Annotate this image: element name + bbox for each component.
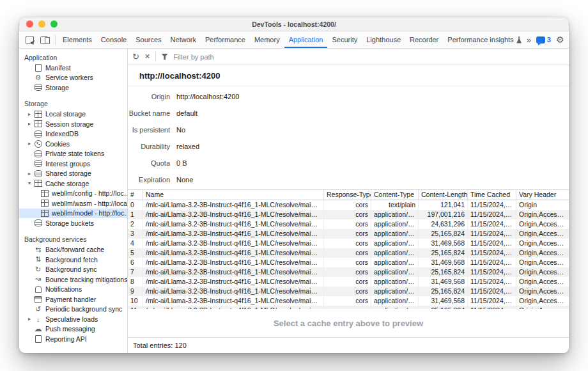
cell-content-length: 24,631,296 (419, 219, 468, 229)
cell-vary-header: Origin (516, 200, 569, 210)
cell-index: 5 (128, 248, 143, 258)
column-header-vary-header[interactable]: Vary Header (516, 190, 569, 200)
zoom-button[interactable] (50, 20, 58, 28)
status-bar: Total entries: 120 (128, 337, 569, 353)
column-header-response-type[interactable]: Response-Type (324, 190, 371, 200)
cache-entry-row[interactable]: 1 /mlc-ai/Llama-3.2-3B-Instruct-q4f16_1-… (128, 210, 569, 219)
sidebar-item-payment-handler[interactable]: Payment handler (19, 294, 127, 304)
chevron-right-icon[interactable] (25, 111, 34, 117)
refresh-icon[interactable]: ↻ (132, 52, 139, 61)
cell-content-length: 25,165,824 (419, 287, 468, 296)
ai-chat-badge[interactable]: 3 (536, 36, 551, 43)
sidebar-item-indexeddb[interactable]: IndexedDB (19, 129, 127, 139)
sidebar-item-storage-buckets[interactable]: Storage buckets (19, 218, 127, 228)
database-icon (34, 83, 42, 91)
up-down-arrows-icon (34, 255, 42, 264)
sidebar-item-webllm-wasm[interactable]: webllm/wasm - http://loca… (19, 198, 127, 209)
cache-entry-row[interactable]: 4 /mlc-ai/Llama-3.2-3B-Instruct-q4f16_1-… (128, 239, 569, 248)
tab-console[interactable]: Console (97, 31, 131, 48)
sidebar-item-service-workers[interactable]: Service workers (19, 73, 127, 83)
cell-response-type: cors (324, 258, 371, 267)
tab-lighthouse[interactable]: Lighthouse (362, 31, 405, 48)
cache-entry-row[interactable]: 7 /mlc-ai/Llama-3.2-3B-Instruct-q4f16_1-… (128, 267, 569, 277)
column-header-index[interactable]: # (128, 190, 143, 200)
gear-icon[interactable] (556, 35, 564, 45)
chevron-right-icon[interactable] (25, 121, 34, 127)
device-toolbar-icon[interactable] (40, 35, 50, 44)
sidebar-item-webllm-model[interactable]: webllm/model - http://loc… (19, 209, 127, 219)
cell-content-type: application/oc… (371, 210, 419, 219)
cell-content-length: 25,165,824 (419, 248, 468, 258)
cell-time-cached: 11/15/2024, 10… (468, 296, 516, 306)
tab-elements[interactable]: Elements (58, 31, 97, 48)
delete-icon[interactable]: ✕ (144, 53, 150, 60)
cell-content-length: 31,469,568 (419, 277, 468, 287)
sidebar-item-manifest[interactable]: Manifest (19, 63, 127, 73)
chevron-right-icon[interactable] (25, 316, 34, 322)
tab-sources[interactable]: Sources (131, 31, 166, 48)
sidebar-item-interest-groups[interactable]: Interest groups (19, 159, 127, 169)
sidebar-item-private-state-tokens[interactable]: Private state tokens (19, 149, 127, 159)
sidebar-item-shared-storage[interactable]: Shared storage (19, 169, 127, 179)
cell-vary-header: Origin,Access… (516, 267, 569, 277)
cache-entry-row[interactable]: 6 /mlc-ai/Llama-3.2-3B-Instruct-q4f16_1-… (128, 258, 569, 267)
tab-recorder[interactable]: Recorder (405, 31, 443, 48)
cache-entry-row[interactable]: 5 /mlc-ai/Llama-3.2-3B-Instruct-q4f16_1-… (128, 248, 569, 258)
cache-entry-row[interactable]: 2 /mlc-ai/Llama-3.2-3B-Instruct-q4f16_1-… (128, 219, 569, 229)
chevron-right-icon[interactable] (25, 171, 34, 177)
tab-application[interactable]: Application (284, 31, 328, 48)
document-icon (34, 335, 42, 343)
toolbar-divider (55, 35, 56, 45)
cell-vary-header: Origin,Access… (516, 277, 569, 287)
filter-input[interactable] (173, 53, 564, 61)
sidebar-item-webllm-config[interactable]: webllm/config - http://loc… (19, 189, 127, 199)
sidebar-item-speculative-loads[interactable]: Speculative loads (19, 314, 127, 324)
sidebar-item-bounce-tracking-mitigations[interactable]: Bounce tracking mitigations (19, 274, 127, 285)
metadata-row: Expiration None (128, 171, 569, 188)
sidebar-item-storage[interactable]: Storage (19, 83, 127, 93)
column-header-name[interactable]: Name (143, 190, 324, 200)
sidebar-item-background-sync[interactable]: Background sync (19, 265, 127, 275)
more-tabs-icon[interactable] (527, 35, 531, 45)
cache-entry-row[interactable]: 3 /mlc-ai/Llama-3.2-3B-Instruct-q4f16_1-… (128, 229, 569, 239)
sidebar-item-back-forward-cache[interactable]: Back/forward cache (19, 245, 127, 255)
tab-memory[interactable]: Memory (250, 31, 284, 48)
metadata-row: Durability relaxed (128, 138, 569, 155)
cache-entry-row[interactable]: 8 /mlc-ai/Llama-3.2-3B-Instruct-q4f16_1-… (128, 277, 569, 287)
tab-network[interactable]: Network (166, 31, 201, 48)
sidebar-item-periodic-background-sync[interactable]: Periodic background sync (19, 304, 127, 315)
traffic-lights (26, 17, 58, 31)
tab-performance[interactable]: Performance (201, 31, 250, 48)
cache-entry-row[interactable]: 0 /mlc-ai/Llama-3.2-3B-Instruct-q4f16_1-… (128, 200, 569, 210)
sidebar-item-reporting-api[interactable]: Reporting API (19, 334, 127, 344)
inspect-icon[interactable] (26, 35, 35, 44)
cell-vary-header: Origin,Access… (516, 239, 569, 248)
chevron-right-icon[interactable] (25, 141, 34, 146)
minimize-button[interactable] (38, 20, 45, 28)
sidebar-item-notifications[interactable]: Notifications (19, 285, 127, 295)
cell-vary-header: Origin,Access… (516, 229, 569, 239)
cell-index: 0 (128, 200, 143, 210)
cache-entry-row[interactable]: 9 /mlc-ai/Llama-3.2-3B-Instruct-q4f16_1-… (128, 287, 569, 296)
sidebar-item-cache-storage[interactable]: Cache storage (19, 178, 127, 189)
cell-name: /mlc-ai/Llama-3.2-3B-Instruct-q4f16_1-ML… (143, 200, 324, 210)
tab-performance-insights[interactable]: Performance insights (443, 31, 526, 48)
periodic-sync-icon (34, 305, 42, 313)
column-header-time-cached[interactable]: Time Cached (468, 190, 516, 200)
column-header-content-length[interactable]: Content-Length (419, 190, 468, 200)
sidebar-item-cookies[interactable]: Cookies (19, 139, 127, 149)
cache-entry-row[interactable]: 10 /mlc-ai/Llama-3.2-3B-Instruct-q4f16_1… (128, 296, 569, 306)
close-button[interactable] (26, 20, 33, 28)
devtools-tabbar: Elements Console Sources Network Perform… (19, 31, 569, 49)
tab-security[interactable]: Security (327, 31, 362, 48)
sidebar-item-push-messaging[interactable]: Push messaging (19, 324, 127, 335)
chevron-down-icon[interactable] (25, 180, 34, 186)
sidebar-item-background-fetch[interactable]: Background fetch (19, 255, 127, 265)
metadata-value: No (176, 126, 185, 134)
section-title: Storage (19, 99, 127, 109)
sidebar-item-local-storage[interactable]: Local storage (19, 109, 127, 120)
cell-response-type: cors (324, 239, 371, 248)
column-header-content-type[interactable]: Content-Type (371, 190, 419, 200)
sidebar-item-session-storage[interactable]: Session storage (19, 119, 127, 129)
table-icon (40, 209, 49, 217)
